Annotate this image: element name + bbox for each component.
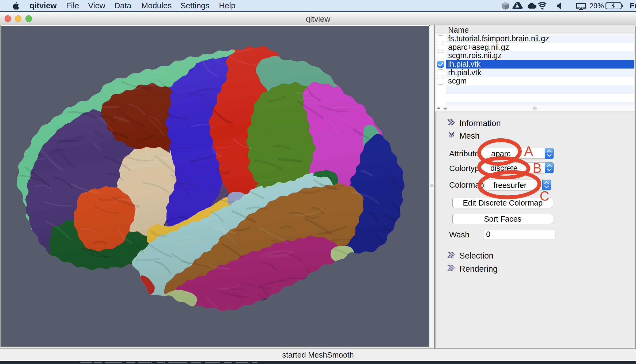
- svg-text:29%: 29%: [589, 2, 604, 10]
